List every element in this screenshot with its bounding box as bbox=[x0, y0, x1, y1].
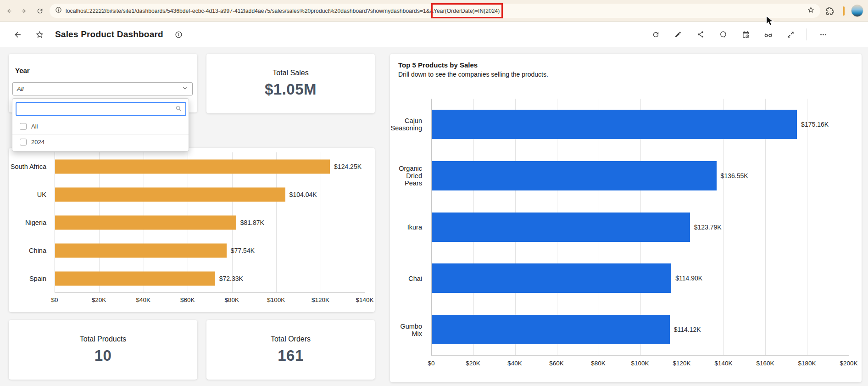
refresh-button[interactable] bbox=[649, 28, 662, 41]
x-tick-label: $20K bbox=[466, 360, 480, 367]
top-5-products-chart-card: Top 5 Products by Sales Drill down to se… bbox=[390, 54, 862, 382]
x-tick-label: $20K bbox=[92, 296, 106, 303]
x-tick-label: $160K bbox=[756, 360, 774, 367]
x-tick-label: $120K bbox=[312, 296, 329, 303]
browser-forward-button[interactable] bbox=[18, 5, 30, 17]
comment-icon bbox=[719, 31, 727, 38]
bar-china[interactable] bbox=[55, 243, 227, 257]
schedule-button[interactable] bbox=[739, 28, 752, 41]
pinned-extension-indicator bbox=[843, 6, 845, 16]
filter-option-2024[interactable]: 2024 bbox=[12, 134, 189, 149]
gridline bbox=[807, 99, 807, 355]
page-title: Sales Product Dashboard bbox=[55, 29, 163, 39]
bar-ikura[interactable] bbox=[432, 213, 690, 242]
bar-value-label: $123.79K bbox=[694, 224, 722, 231]
x-tick-label: $60K bbox=[180, 296, 195, 303]
kpi-value: $1.05M bbox=[265, 81, 317, 98]
kpi-label: Total Orders bbox=[271, 335, 311, 343]
bar-uk[interactable] bbox=[55, 187, 285, 201]
bar-spain[interactable] bbox=[55, 271, 215, 285]
total-products-card: Total Products 10 bbox=[9, 320, 197, 380]
kpi-value: 161 bbox=[278, 347, 304, 364]
bar-value-label: $124.25K bbox=[334, 163, 362, 170]
category-label: Nigeria bbox=[9, 208, 46, 236]
more-icon bbox=[819, 31, 827, 39]
extensions-icon[interactable] bbox=[823, 5, 836, 17]
chart-plot-area: $175.16K$136.55K$123.79K$114.90K$114.12K bbox=[431, 99, 849, 356]
gridline bbox=[849, 99, 849, 355]
comment-button[interactable] bbox=[717, 28, 729, 41]
year-filter-dropdown: All2024 bbox=[12, 98, 189, 151]
dashboard-info-button[interactable] bbox=[172, 28, 185, 41]
category-label: UK bbox=[9, 180, 46, 208]
profile-avatar[interactable] bbox=[851, 5, 863, 17]
url-filter-annotation: Year(OrderDate)=IN(2024) bbox=[434, 8, 500, 14]
reload-icon bbox=[36, 7, 44, 15]
filter-option-all[interactable]: All bbox=[12, 119, 189, 134]
dashboard-canvas: Year All Total Sales $1.05M South Africa… bbox=[0, 47, 868, 386]
bar-south-africa[interactable] bbox=[55, 159, 330, 173]
x-tick-label: $80K bbox=[591, 360, 606, 367]
category-label: Gumbo Mix bbox=[390, 304, 422, 356]
sales-by-country-chart-card: South AfricaUKNigeriaChinaSpain $124.25K… bbox=[9, 148, 375, 312]
refresh-icon bbox=[652, 31, 660, 39]
bookmark-star-icon[interactable] bbox=[807, 6, 815, 16]
forward-icon bbox=[21, 7, 28, 15]
combobox-selected-value: All bbox=[17, 85, 182, 92]
dashboard-back-button[interactable] bbox=[11, 28, 24, 41]
filter-search-input[interactable] bbox=[20, 106, 175, 112]
search-icon bbox=[175, 105, 182, 113]
site-info-icon[interactable] bbox=[55, 6, 62, 15]
year-combobox[interactable]: All bbox=[12, 82, 193, 95]
url-text: localhost:22222/bi/site/site1/dashboards… bbox=[66, 8, 500, 14]
x-tick-label: $80K bbox=[225, 296, 239, 303]
back-icon bbox=[5, 7, 12, 15]
bar-value-label: $77.54K bbox=[231, 247, 255, 254]
category-label: Chai bbox=[390, 253, 422, 304]
category-label: South Africa bbox=[9, 152, 46, 180]
kpi-value: 10 bbox=[95, 347, 112, 364]
bar-value-label: $114.12K bbox=[674, 326, 701, 333]
total-sales-card: Total Sales $1.05M bbox=[206, 54, 375, 113]
browser-back-button[interactable] bbox=[3, 5, 15, 17]
more-button[interactable] bbox=[817, 28, 829, 41]
info-icon bbox=[175, 31, 183, 39]
bar-gumbo-mix[interactable] bbox=[432, 315, 670, 344]
header-divider bbox=[807, 28, 807, 40]
x-tick-label: $100K bbox=[267, 296, 285, 303]
edit-button[interactable] bbox=[672, 28, 684, 41]
x-tick-label: $120K bbox=[673, 360, 690, 367]
bar-nigeria[interactable] bbox=[55, 215, 236, 229]
browser-reload-button[interactable] bbox=[34, 5, 46, 17]
x-tick-label: $140K bbox=[714, 360, 732, 367]
bar-chai[interactable] bbox=[432, 263, 671, 293]
x-tick-label: $100K bbox=[631, 360, 649, 367]
address-bar[interactable]: localhost:22222/bi/site/site1/dashboards… bbox=[50, 4, 820, 18]
sales-by-country-chart: South AfricaUKNigeriaChinaSpain $124.25K… bbox=[9, 148, 375, 312]
category-label: Cajun Seasoning bbox=[390, 99, 422, 150]
chevron-down-icon bbox=[182, 85, 188, 93]
x-tick-label: $0 bbox=[428, 360, 434, 367]
checkbox[interactable] bbox=[20, 123, 27, 130]
kpi-label: Total Products bbox=[80, 335, 126, 343]
fullscreen-button[interactable] bbox=[784, 28, 797, 41]
share-button[interactable] bbox=[694, 28, 707, 41]
star-outline-icon bbox=[35, 30, 44, 39]
dropdown-search-box bbox=[16, 102, 186, 116]
checkbox[interactable] bbox=[20, 139, 27, 145]
bar-cajun-seasoning[interactable] bbox=[432, 110, 797, 139]
bar-value-label: $114.90K bbox=[675, 274, 702, 282]
favorite-star-button[interactable] bbox=[33, 28, 46, 41]
bar-value-label: $72.33K bbox=[219, 275, 243, 282]
share-icon bbox=[697, 31, 704, 38]
x-tick-label: $180K bbox=[798, 360, 816, 367]
preview-button[interactable] bbox=[762, 28, 774, 41]
x-tick-label: $0 bbox=[51, 296, 58, 303]
back-arrow-icon bbox=[13, 30, 22, 39]
filter-label: Year bbox=[15, 67, 30, 74]
bar-value-label: $175.16K bbox=[801, 121, 829, 128]
preview-icon bbox=[764, 30, 773, 39]
x-tick-label: $40K bbox=[136, 296, 150, 303]
bar-value-label: $81.87K bbox=[240, 219, 264, 226]
bar-organic-dried-pears[interactable] bbox=[432, 161, 717, 190]
